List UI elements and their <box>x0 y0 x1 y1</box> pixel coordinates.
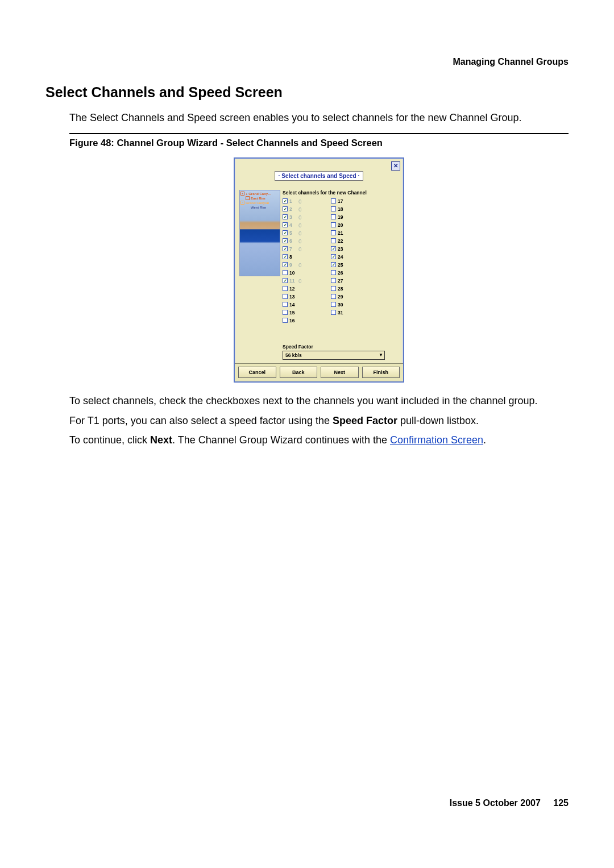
channel-row: 24 <box>331 253 379 261</box>
channel-number: 18 <box>338 206 346 212</box>
channel-checkbox[interactable] <box>331 294 336 299</box>
channel-checkbox[interactable] <box>331 278 336 283</box>
footer-page-number: 125 <box>553 798 569 808</box>
channel-row: 12 <box>283 285 331 293</box>
body-paragraph-2: For T1 ports, you can also select a spee… <box>69 414 569 428</box>
back-button[interactable]: Back <box>280 367 318 378</box>
figure-divider <box>69 133 569 134</box>
page-header-right: Managing Channel Groups <box>45 57 569 67</box>
channel-row: 19 <box>331 213 379 221</box>
channel-row: 3() <box>283 213 331 221</box>
tree-item: + Grand Cany… <box>246 192 271 196</box>
channel-row: 2() <box>283 205 331 213</box>
channel-suffix: () <box>298 262 301 267</box>
channel-checkbox[interactable] <box>331 310 336 315</box>
channel-row: 8 <box>283 253 331 261</box>
channel-checkbox[interactable] <box>283 262 288 267</box>
channel-checkbox[interactable] <box>283 214 288 219</box>
channel-row: 29 <box>331 293 379 301</box>
confirmation-screen-link[interactable]: Confirmation Screen <box>390 434 483 446</box>
channel-number: 12 <box>289 286 297 292</box>
channel-checkbox[interactable] <box>331 270 336 275</box>
wizard-dialog: ✕ · Select channels and Speed · ++ Grand… <box>234 157 404 383</box>
channel-suffix: () <box>298 198 301 203</box>
channel-number: 4 <box>289 222 297 228</box>
channel-row: 15 <box>283 309 331 317</box>
close-icon[interactable]: ✕ <box>391 161 400 171</box>
channel-checkbox[interactable] <box>331 198 336 203</box>
channel-number: 2 <box>289 206 297 212</box>
channel-suffix: () <box>298 230 301 235</box>
channel-row: 14 <box>283 301 331 309</box>
channel-checkbox[interactable] <box>283 206 288 211</box>
finish-button[interactable]: Finish <box>362 367 400 378</box>
channel-checkbox[interactable] <box>283 310 288 315</box>
channel-checkbox[interactable] <box>331 214 336 219</box>
channel-row: 17 <box>331 197 379 205</box>
channel-number: 10 <box>289 270 297 276</box>
body-paragraph-3: To continue, click Next. The Channel Gro… <box>69 433 569 447</box>
channel-suffix: () <box>298 278 301 283</box>
channel-suffix: () <box>298 214 301 219</box>
speed-factor-select[interactable]: 56 kb/s ▼ <box>283 351 385 360</box>
channel-checkbox[interactable] <box>331 230 336 235</box>
channel-row: 13 <box>283 293 331 301</box>
channel-row: 27 <box>331 277 379 285</box>
channel-row: 26 <box>331 269 379 277</box>
speed-factor-value: 56 kb/s <box>285 352 302 358</box>
channel-checkbox[interactable] <box>331 222 336 227</box>
channel-checkbox[interactable] <box>283 286 288 291</box>
channel-number: 9 <box>289 262 297 268</box>
channel-checkbox[interactable] <box>331 206 336 211</box>
channel-row: 16 <box>283 317 331 325</box>
channel-number: 17 <box>338 198 346 204</box>
channel-row: 20 <box>331 221 379 229</box>
body-paragraph-1: To select channels, check the checkboxes… <box>69 394 569 408</box>
channel-checkbox[interactable] <box>283 302 288 307</box>
channel-checkbox[interactable] <box>283 230 288 235</box>
channel-number: 22 <box>338 238 346 244</box>
channel-checkbox[interactable] <box>331 286 336 291</box>
tree-item: East Rim <box>251 196 265 201</box>
channel-suffix: () <box>298 238 301 243</box>
channel-checkbox[interactable] <box>331 302 336 307</box>
channel-number: 31 <box>338 310 346 315</box>
channel-checkbox[interactable] <box>283 254 288 259</box>
channel-checkbox[interactable] <box>283 294 288 299</box>
channel-row: 5() <box>283 229 331 237</box>
channel-checkbox[interactable] <box>283 222 288 227</box>
channel-checkbox[interactable] <box>331 238 336 243</box>
channel-checkbox[interactable] <box>283 246 288 251</box>
channel-checkbox[interactable] <box>283 238 288 243</box>
channel-list-heading: Select channels for the new Channel <box>283 190 399 196</box>
channel-checkbox[interactable] <box>283 318 288 323</box>
channel-suffix: () <box>298 206 301 211</box>
channel-number: 14 <box>289 302 297 308</box>
channel-number: 27 <box>338 278 346 284</box>
channel-checkbox[interactable] <box>331 262 336 267</box>
channel-column-2: 171819202122232425262728293031 <box>331 197 379 325</box>
channel-row: 23 <box>331 245 379 253</box>
channel-checkbox[interactable] <box>331 246 336 251</box>
next-button[interactable]: Next <box>321 367 359 378</box>
channel-row: 30 <box>331 301 379 309</box>
channel-checkbox[interactable] <box>331 254 336 259</box>
channel-checkbox[interactable] <box>283 270 288 275</box>
channel-number: 26 <box>338 270 346 276</box>
channel-checkbox[interactable] <box>283 278 288 283</box>
channel-number: 21 <box>338 230 346 236</box>
channel-number: 24 <box>338 254 346 260</box>
page-title: Select Channels and Speed Screen <box>45 84 569 101</box>
channel-number: 25 <box>338 262 346 268</box>
channel-row: 25 <box>331 261 379 269</box>
channel-number: 7 <box>289 246 297 252</box>
channel-checkbox[interactable] <box>283 198 288 203</box>
channel-number: 29 <box>338 294 346 300</box>
channel-row: 22 <box>331 237 379 245</box>
wizard-illustration: ++ Grand Cany… East Rim -Grand Canyon We… <box>239 190 280 276</box>
cancel-button[interactable]: Cancel <box>238 367 276 378</box>
channel-row: 9() <box>283 261 331 269</box>
channel-number: 30 <box>338 302 346 308</box>
channel-column-1: 1()2()3()4()5()6()7()89()1011()121314151… <box>283 197 331 325</box>
tree-item: West Rim <box>251 205 266 210</box>
